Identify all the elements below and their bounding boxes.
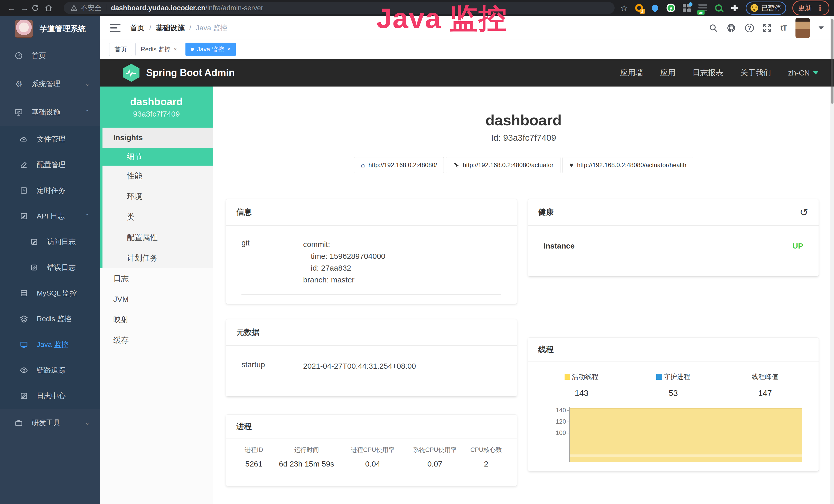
status-badge: UP bbox=[792, 242, 803, 250]
paused-profile-badge[interactable]: 已暂停 bbox=[746, 2, 786, 15]
address-bar[interactable]: 不安全 dashboard.yudao.iocoder.cn /infra/ad… bbox=[64, 2, 615, 14]
sba-menu-mappings[interactable]: 映射 bbox=[100, 310, 213, 330]
breadcrumb-home[interactable]: 首页 bbox=[130, 23, 145, 33]
instance-header[interactable]: dashboard 93a3fc7f7409 bbox=[100, 87, 213, 128]
annotation-java-monitor: Java 监控 bbox=[376, 0, 507, 40]
tab-redis-monitor[interactable]: Redis 监控 × bbox=[135, 43, 182, 56]
extension-pin-icon[interactable] bbox=[650, 3, 660, 13]
reload-icon[interactable] bbox=[31, 4, 45, 12]
user-menu-caret-icon[interactable] bbox=[818, 26, 824, 29]
history-icon[interactable]: ↻ bbox=[799, 207, 808, 217]
wrench-icon bbox=[453, 162, 459, 168]
user-avatar[interactable] bbox=[795, 18, 810, 38]
sidebar-item-access-log[interactable]: 访问日志 bbox=[0, 229, 100, 255]
search-icon[interactable] bbox=[709, 23, 718, 32]
home-icon[interactable] bbox=[45, 4, 58, 12]
security-label: 不安全 bbox=[81, 3, 102, 13]
legend-item-daemon: 守护进程 53 bbox=[628, 372, 719, 398]
chevron-up-icon: ⌃ bbox=[85, 213, 90, 220]
sidebar-item-infra[interactable]: 基础设施 ⌃ bbox=[0, 98, 100, 126]
sidebar-item-error-log[interactable]: 错误日志 bbox=[0, 255, 100, 280]
sba-menu-scheduled-tasks[interactable]: 计划任务 bbox=[103, 248, 213, 268]
close-icon[interactable]: × bbox=[227, 46, 231, 53]
browser-menu-kebab-icon[interactable]: ⋮ bbox=[816, 4, 824, 12]
locale-select[interactable]: zh-CN bbox=[788, 69, 818, 77]
sba-nav-wallboard[interactable]: 应用墙 bbox=[620, 68, 643, 78]
sidebar-collapse-icon[interactable] bbox=[110, 24, 120, 32]
legend-value: 147 bbox=[719, 388, 811, 398]
eye-icon bbox=[19, 366, 28, 374]
extension-list-icon[interactable]: on bbox=[698, 3, 708, 13]
tab-java-monitor[interactable]: Java 监控 × bbox=[185, 43, 236, 56]
sidebar-item-redis[interactable]: Redis 监控 bbox=[0, 306, 100, 332]
help-icon[interactable]: ? bbox=[745, 24, 754, 32]
sidebar-item-log-center[interactable]: 日志中心 bbox=[0, 383, 100, 409]
fullscreen-icon[interactable] bbox=[763, 23, 772, 32]
sba-menu-details[interactable]: 细节 bbox=[103, 147, 213, 166]
scrollbar-thumb[interactable] bbox=[831, 19, 833, 104]
gear-icon: ⚙ bbox=[14, 79, 23, 89]
bookmark-star-icon[interactable]: ☆ bbox=[620, 3, 628, 13]
sidebar-item-job[interactable]: 定时任务 bbox=[0, 178, 100, 203]
threads-card: 线程 活动线程 143 守护进程 bbox=[528, 338, 819, 471]
extension-puzzle-icon[interactable] bbox=[730, 3, 740, 13]
emoji-face-icon bbox=[750, 4, 758, 12]
back-icon[interactable]: ← bbox=[5, 3, 18, 13]
url-domain: dashboard.yudao.iocoder.cn bbox=[111, 4, 205, 12]
breadcrumb-current: Java 监控 bbox=[196, 23, 227, 33]
forward-icon[interactable]: → bbox=[18, 3, 31, 13]
sidebar-item-file[interactable]: 文件管理 bbox=[0, 126, 100, 152]
extension-grid-icon[interactable] bbox=[682, 3, 692, 13]
sba-menu-classes[interactable]: 类 bbox=[103, 207, 213, 227]
sba-menu-metrics[interactable]: 性能 bbox=[103, 166, 213, 186]
insights-group: Insights 细节 性能 环境 类 配置属性 计划任务 bbox=[100, 128, 213, 268]
process-table: 进程ID 运行时间 进程CPU使用率 系统CPU使用率 CPU核心数 bbox=[236, 446, 506, 468]
sidebar-item-java[interactable]: Java 监控 bbox=[0, 332, 100, 358]
sidebar-item-api-log[interactable]: API 日志 ⌃ bbox=[0, 203, 100, 229]
extension-badge-count: 1 bbox=[640, 9, 645, 14]
health-url-button[interactable]: ♥ http://192.168.0.2:48080/actuator/heal… bbox=[563, 157, 693, 173]
sba-nav-about[interactable]: 关于我们 bbox=[740, 68, 771, 78]
system-cpu-value: 0.07 bbox=[404, 460, 466, 468]
sba-content: dashboard Id: 93a3fc7f7409 ⌂ http://192.… bbox=[213, 87, 834, 504]
service-url-button[interactable]: ⌂ http://192.168.0.2:48080/ bbox=[354, 157, 444, 173]
spring-boot-admin-logo[interactable] bbox=[123, 64, 139, 82]
sidebar-item-home[interactable]: 首页 bbox=[0, 42, 100, 70]
row-value: 2021-04-27T00:44:31.254+08:00 bbox=[303, 360, 416, 372]
app-logo-row[interactable]: 芋道管理系统 bbox=[0, 16, 100, 42]
sidebar-item-config[interactable]: 配置管理 bbox=[0, 152, 100, 178]
sidebar-item-trace[interactable]: 链路追踪 bbox=[0, 358, 100, 383]
page-scrollbar[interactable] bbox=[830, 16, 834, 504]
log-edit-icon bbox=[19, 392, 28, 400]
chevron-down-icon: ⌄ bbox=[85, 81, 90, 87]
tab-home[interactable]: 首页 bbox=[109, 43, 132, 56]
heart-icon: ♥ bbox=[569, 161, 573, 169]
font-size-icon[interactable]: tT bbox=[781, 24, 787, 32]
sba-menu-config-props[interactable]: 配置属性 bbox=[103, 227, 213, 248]
sidebar-item-mysql[interactable]: MySQL 监控 bbox=[0, 280, 100, 306]
card-title: 信息 bbox=[236, 207, 252, 217]
url-path: /infra/admin-server bbox=[205, 4, 263, 12]
sba-brand-title[interactable]: Spring Boot Admin bbox=[146, 67, 235, 78]
sba-menu-caches[interactable]: 缓存 bbox=[100, 330, 213, 350]
sidebar-item-system[interactable]: ⚙ 系统管理 ⌄ bbox=[0, 70, 100, 98]
close-icon[interactable]: × bbox=[174, 46, 177, 53]
sba-nav-applications[interactable]: 应用 bbox=[660, 68, 676, 78]
extension-orange-icon[interactable]: 1 bbox=[634, 3, 644, 13]
row-label: Instance bbox=[544, 242, 605, 250]
sba-menu-logfile[interactable]: 日志 bbox=[100, 268, 213, 289]
y-axis-tick-label: 140 bbox=[536, 407, 566, 413]
insights-section-label: Insights bbox=[103, 128, 213, 147]
extension-y-icon[interactable]: y bbox=[666, 3, 676, 13]
not-secure-warning-icon bbox=[70, 5, 78, 11]
sidebar-item-devtools[interactable]: 研发工具 ⌄ bbox=[0, 409, 100, 437]
sba-menu-jvm[interactable]: JVM bbox=[100, 289, 213, 310]
sba-menu-environment[interactable]: 环境 bbox=[103, 186, 213, 207]
actuator-url-button[interactable]: http://192.168.0.2:48080/actuator bbox=[446, 157, 561, 173]
browser-update-button[interactable]: 更新 ⋮ bbox=[792, 1, 829, 16]
sba-nav-journal[interactable]: 日志报表 bbox=[693, 68, 723, 78]
extension-leaf-icon[interactable] bbox=[714, 3, 724, 13]
breadcrumb-infra[interactable]: 基础设施 bbox=[156, 23, 185, 33]
github-icon[interactable] bbox=[727, 23, 737, 33]
monitor-icon bbox=[14, 108, 23, 116]
